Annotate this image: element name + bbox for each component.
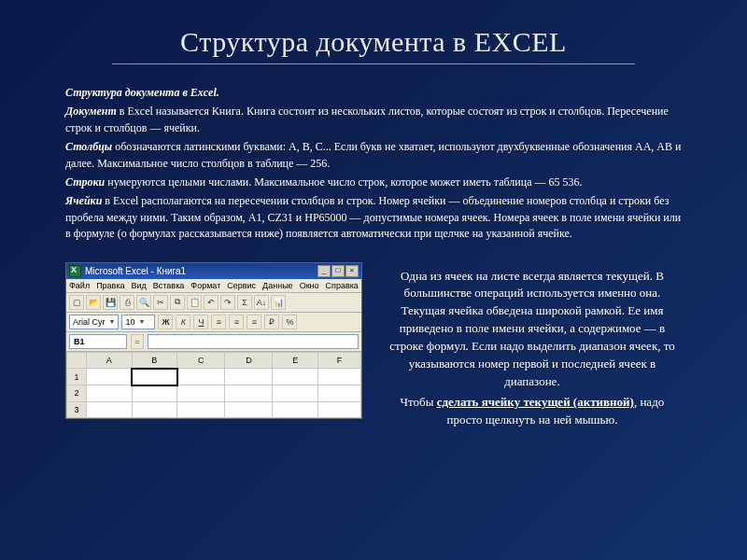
- name-box[interactable]: B1: [69, 334, 127, 349]
- side-text-underlined: сделать ячейку текущей (активной): [437, 395, 634, 409]
- minimize-button[interactable]: _: [317, 265, 331, 277]
- excel-namebox-row: B1 =: [66, 332, 361, 352]
- fontsize-dropdown[interactable]: 10▼: [121, 315, 155, 329]
- print-icon[interactable]: ⎙: [120, 295, 134, 310]
- excel-grid[interactable]: A B C D E F 1 2 3: [66, 352, 361, 418]
- chart-icon[interactable]: 📊: [271, 295, 286, 310]
- excel-app-icon: [69, 265, 81, 277]
- cell[interactable]: [87, 369, 133, 385]
- excel-toolbar-standard: ▢ 📂 💾 ⎙ 🔍 ✂ ⧉ 📋 ↶ ↷ Σ A↓ 📊: [66, 293, 361, 313]
- col-header[interactable]: E: [273, 352, 318, 369]
- excel-toolbar-formatting: Arial Cyr▼ 10▼ Ж К Ч ≡ ≡ ≡ ₽ %: [66, 313, 361, 332]
- cell[interactable]: [87, 385, 133, 402]
- p2-text: в Excel называется Книга. Книга состоит …: [65, 105, 669, 133]
- select-all-corner[interactable]: [67, 352, 87, 369]
- align-center-icon[interactable]: ≡: [229, 315, 244, 329]
- paste-icon[interactable]: 📋: [187, 295, 202, 310]
- cell[interactable]: [87, 401, 133, 417]
- sort-asc-icon[interactable]: A↓: [254, 295, 269, 310]
- p4-text: нумеруются целыми числами. Максимальное …: [105, 175, 582, 189]
- cell[interactable]: [273, 369, 318, 385]
- bold-icon[interactable]: Ж: [158, 315, 173, 329]
- cell[interactable]: [273, 385, 318, 402]
- col-header[interactable]: F: [318, 352, 361, 369]
- menu-tools[interactable]: Сервис: [227, 281, 256, 290]
- open-icon[interactable]: 📂: [86, 295, 101, 310]
- title-underline: [112, 63, 635, 64]
- row-header[interactable]: 1: [67, 369, 87, 385]
- copy-icon[interactable]: ⧉: [170, 295, 185, 310]
- preview-icon[interactable]: 🔍: [136, 295, 151, 310]
- col-header[interactable]: A: [87, 352, 133, 369]
- cell[interactable]: [318, 369, 361, 385]
- close-button[interactable]: ×: [345, 265, 359, 277]
- excel-menubar[interactable]: Файл Правка Вид Вставка Формат Сервис Да…: [66, 279, 361, 293]
- cell[interactable]: [225, 369, 273, 385]
- align-right-icon[interactable]: ≡: [247, 315, 261, 329]
- cell[interactable]: [132, 401, 177, 417]
- col-header[interactable]: B: [132, 352, 177, 369]
- underline-icon[interactable]: Ч: [193, 315, 208, 329]
- menu-edit[interactable]: Правка: [96, 281, 124, 290]
- cut-icon[interactable]: ✂: [153, 295, 168, 310]
- maximize-button[interactable]: □: [331, 265, 345, 277]
- new-icon[interactable]: ▢: [69, 295, 84, 310]
- p2-term: Документ: [65, 105, 117, 118]
- cell[interactable]: [225, 385, 273, 402]
- cell[interactable]: [318, 401, 361, 417]
- save-icon[interactable]: 💾: [103, 295, 118, 310]
- row-header[interactable]: 2: [67, 385, 87, 402]
- cell[interactable]: [273, 401, 318, 417]
- cell[interactable]: [132, 385, 177, 402]
- font-dropdown[interactable]: Arial Cyr▼: [69, 315, 119, 329]
- italic-icon[interactable]: К: [176, 315, 190, 329]
- align-left-icon[interactable]: ≡: [211, 315, 226, 329]
- row-header[interactable]: 3: [67, 401, 87, 417]
- side-paragraph: Одна из ячеек на листе всегда является т…: [383, 262, 682, 430]
- p1-bold: Структура документа в Excel.: [65, 86, 219, 99]
- percent-icon[interactable]: %: [282, 315, 297, 329]
- p3-term: Столбцы: [65, 140, 112, 153]
- fx-icon[interactable]: =: [131, 334, 144, 349]
- p4-term: Строки: [65, 175, 105, 189]
- menu-data[interactable]: Данные: [262, 281, 293, 290]
- menu-insert[interactable]: Вставка: [153, 281, 184, 290]
- menu-format[interactable]: Формат: [190, 281, 220, 290]
- menu-window[interactable]: Окно: [300, 281, 319, 290]
- col-header[interactable]: D: [225, 352, 273, 369]
- p5-term: Ячейки: [65, 194, 102, 207]
- cell[interactable]: [225, 401, 273, 417]
- cell[interactable]: [177, 369, 225, 385]
- sum-icon[interactable]: Σ: [237, 295, 252, 310]
- cell[interactable]: [318, 385, 361, 402]
- p3-text: обозначаются латинскими буквами: А, В, С…: [65, 140, 681, 169]
- excel-screenshot: Microsoft Excel - Книга1 _ □ × Файл Прав…: [65, 262, 362, 430]
- side-text-2a: Чтобы: [401, 395, 437, 409]
- p5-text: в Excel располагаются на пересечении сто…: [65, 194, 681, 240]
- side-text-1: Одна из ячеек на листе всегда является т…: [383, 268, 682, 391]
- formula-bar[interactable]: [148, 334, 359, 349]
- active-cell[interactable]: [132, 369, 177, 385]
- menu-file[interactable]: Файл: [69, 281, 90, 290]
- cell[interactable]: [177, 385, 225, 402]
- chevron-down-icon: ▼: [109, 318, 116, 325]
- redo-icon[interactable]: ↷: [220, 295, 235, 310]
- menu-help[interactable]: Справка: [326, 281, 359, 290]
- body-text: Структура документа в Excel. Документ в …: [0, 85, 747, 243]
- cell[interactable]: [177, 401, 225, 417]
- currency-icon[interactable]: ₽: [264, 315, 279, 329]
- col-header[interactable]: C: [177, 352, 225, 369]
- menu-view[interactable]: Вид: [132, 281, 147, 290]
- undo-icon[interactable]: ↶: [204, 295, 218, 310]
- chevron-down-icon: ▼: [138, 318, 145, 325]
- excel-titlebar: Microsoft Excel - Книга1 _ □ ×: [66, 263, 361, 279]
- slide-title: Структура документа в EXCEL: [0, 0, 747, 63]
- excel-window-title: Microsoft Excel - Книга1: [85, 266, 186, 276]
